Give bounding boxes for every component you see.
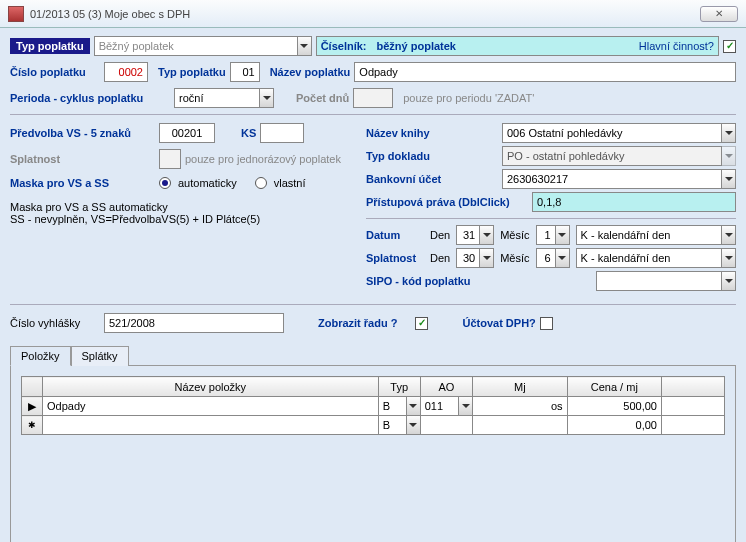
pristupova-prava-label: Přístupová práva (DblClick): [366, 196, 526, 208]
sipo-select[interactable]: [596, 271, 722, 291]
tab-splatky[interactable]: Splátky: [71, 346, 129, 366]
dropdown-icon[interactable]: [722, 123, 736, 143]
typ-dokladu-label: Typ dokladu: [366, 150, 496, 162]
uctovat-dph-label: Účtovat DPH?: [462, 317, 535, 329]
cell-cena[interactable]: 500,00: [568, 397, 661, 415]
dropdown-icon[interactable]: [298, 36, 312, 56]
pristupova-prava-field[interactable]: 0,1,8: [532, 192, 736, 212]
cislo-poplatku-label: Číslo poplatku: [10, 66, 100, 78]
dropdown-icon[interactable]: [556, 225, 570, 245]
cell-nazev[interactable]: Odpady: [43, 397, 378, 415]
col-mj[interactable]: Mj: [473, 377, 567, 397]
col-cena[interactable]: Cena / mj: [567, 377, 661, 397]
splatnost-den-input[interactable]: 30: [456, 248, 480, 268]
grid-corner: [22, 377, 43, 397]
nazev-poplatku-label: Název poplatku: [270, 66, 351, 78]
vyhlaska-input[interactable]: 521/2008: [104, 313, 284, 333]
dropdown-icon[interactable]: [480, 248, 494, 268]
cell-cena[interactable]: 0,00: [568, 416, 661, 434]
typ-poplatku-select[interactable]: Běžný poplatek: [94, 36, 298, 56]
den-label: Den: [430, 252, 450, 264]
cell-typ[interactable]: B: [379, 416, 406, 434]
datum-mesic-input[interactable]: 1: [536, 225, 556, 245]
perioda-select[interactable]: roční: [174, 88, 260, 108]
den-label: Den: [430, 229, 450, 241]
ciselnik-label: Číselník:: [321, 40, 367, 52]
perioda-label: Perioda - cyklus poplatku: [10, 92, 170, 104]
row-indicator: ▶: [22, 397, 43, 416]
dropdown-icon[interactable]: [458, 397, 472, 415]
ks-label: KS: [241, 127, 256, 139]
ks-input[interactable]: [260, 123, 304, 143]
maska-desc2: SS - nevyplněn, VS=PředvolbaVS(5) + ID P…: [10, 213, 346, 225]
predvolba-label: Předvolba VS - 5 znaků: [10, 127, 155, 139]
typ-label: Typ poplatku: [158, 66, 226, 78]
radio-automaticky-label: automaticky: [178, 177, 237, 189]
dropdown-icon[interactable]: [260, 88, 274, 108]
zobrazit-radu-checkbox[interactable]: [415, 317, 428, 330]
pocet-dnu-input: [353, 88, 393, 108]
items-grid[interactable]: Název položky Typ AO Mj Cena / mj ▶ Odpa…: [21, 376, 725, 435]
typ-dokladu-select: PO - ostatní pohledávky: [502, 146, 722, 166]
nazev-knihy-select[interactable]: 006 Ostatní pohledávky: [502, 123, 722, 143]
datum-den-input[interactable]: 31: [456, 225, 480, 245]
dropdown-icon[interactable]: [480, 225, 494, 245]
nazev-knihy-label: Název knihy: [366, 127, 496, 139]
pocet-dnu-label: Počet dnů: [296, 92, 349, 104]
ciselnik-display: Číselník: běžný poplatek Hlavní činnost?: [316, 36, 719, 56]
uctovat-dph-checkbox[interactable]: [540, 317, 553, 330]
table-row-new[interactable]: ✱ B 0,00: [22, 416, 725, 435]
window-title: 01/2013 05 (3) Moje obec s DPH: [30, 8, 190, 20]
zobrazit-radu-label: Zobrazit řadu ?: [318, 317, 397, 329]
radio-vlastni[interactable]: [255, 177, 267, 189]
cislo-poplatku-input[interactable]: 0002: [104, 62, 148, 82]
dropdown-icon[interactable]: [722, 225, 736, 245]
dropdown-icon[interactable]: [556, 248, 570, 268]
col-typ[interactable]: Typ: [378, 377, 420, 397]
hlavni-cinnost-checkbox[interactable]: [723, 40, 736, 53]
nazev-poplatku-input[interactable]: Odpady: [354, 62, 736, 82]
dropdown-icon[interactable]: [406, 397, 420, 415]
close-button[interactable]: ✕: [700, 6, 738, 22]
sipo-label: SIPO - kód poplatku: [366, 275, 486, 287]
radio-vlastni-label: vlastní: [274, 177, 306, 189]
dropdown-icon: [722, 146, 736, 166]
bankovni-ucet-select[interactable]: 2630630217: [502, 169, 722, 189]
cell-ao[interactable]: 011: [421, 397, 458, 415]
radio-automaticky[interactable]: [159, 177, 171, 189]
typ-poplatku-tag: Typ poplatku: [10, 38, 90, 54]
perioda-note: pouze pro periodu 'ZADAT': [403, 92, 534, 104]
dropdown-icon[interactable]: [406, 416, 420, 434]
splatnost-mesic-input[interactable]: 6: [536, 248, 556, 268]
cell-mj[interactable]: os: [473, 397, 566, 415]
row-new-indicator: ✱: [22, 416, 43, 435]
tab-polozky[interactable]: Položky: [10, 346, 71, 366]
maska-desc1: Maska pro VS a SS automaticky: [10, 201, 346, 213]
app-icon: [8, 6, 24, 22]
typ-input[interactable]: 01: [230, 62, 260, 82]
tab-content: Název položky Typ AO Mj Cena / mj ▶ Odpa…: [10, 365, 736, 542]
mesic-label: Měsíc: [500, 252, 529, 264]
cell-typ[interactable]: B: [379, 397, 406, 415]
mesic-label: Měsíc: [500, 229, 529, 241]
predvolba-input[interactable]: 00201: [159, 123, 215, 143]
splatnost-label: Splatnost: [10, 153, 155, 165]
vyhlaska-label: Číslo vyhlášky: [10, 317, 100, 329]
dropdown-icon[interactable]: [722, 169, 736, 189]
maska-label: Maska pro VS a SS: [10, 177, 155, 189]
splatnost2-label: Splatnost: [366, 252, 424, 264]
datum-label: Datum: [366, 229, 424, 241]
dropdown-icon[interactable]: [722, 271, 736, 291]
col-blank: [662, 377, 725, 397]
splatnost-typ-select[interactable]: K - kalendářní den: [576, 248, 722, 268]
col-nazev[interactable]: Název položky: [42, 377, 378, 397]
table-row[interactable]: ▶ Odpady B 011 os 500,00: [22, 397, 725, 416]
splatnost-note: pouze pro jednorázový poplatek: [185, 153, 341, 165]
ciselnik-value: běžný poplatek: [377, 40, 456, 52]
bankovni-ucet-label: Bankovní účet: [366, 173, 496, 185]
splatnost-input: [159, 149, 181, 169]
col-ao[interactable]: AO: [420, 377, 472, 397]
titlebar: 01/2013 05 (3) Moje obec s DPH ✕: [0, 0, 746, 28]
dropdown-icon[interactable]: [722, 248, 736, 268]
datum-typ-select[interactable]: K - kalendářní den: [576, 225, 722, 245]
